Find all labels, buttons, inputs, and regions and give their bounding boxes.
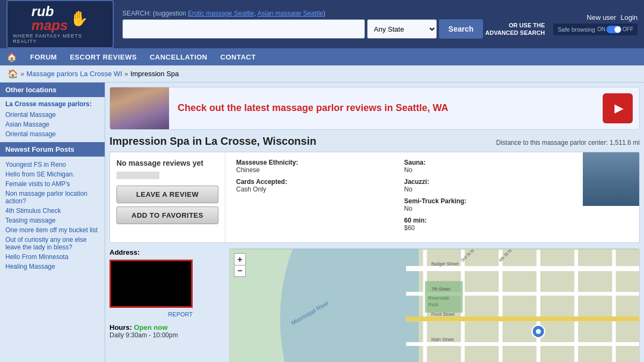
logo-text: rub maps — [32, 4, 68, 32]
breadcrumb: 🏠 » Massage parlors La Crosse WI » Impre… — [0, 65, 644, 83]
navbar: 🏠 FORUM ESCORT REVIEWS CANCELLATION CONT… — [0, 48, 644, 65]
sidebar: Other locations La Crosse massage parlor… — [0, 83, 105, 362]
safe-browsing-toggle[interactable]: ON OFF — [597, 26, 633, 33]
search-input[interactable] — [122, 19, 365, 39]
address-panel: Address: REPORT Hours: Open now Daily 9:… — [109, 248, 225, 362]
add-to-favorites-button[interactable]: ADD TO FAVORITES — [116, 206, 218, 224]
svg-text:7th Street: 7th Street — [431, 287, 451, 292]
banner-text: Check out the latest massage parlor revi… — [169, 102, 603, 114]
sidebar-lacrosse-title: La Crosse massage parlors: — [5, 100, 99, 108]
sidebar-link-asian-massage[interactable]: Asian Massage — [5, 120, 99, 129]
breadcrumb-current: Impression Spa — [130, 70, 179, 78]
sidebar-forum-6[interactable]: One more item off my bucket list — [5, 225, 99, 235]
advanced-search: OR USE THE ADVANCED SEARCH — [485, 21, 545, 37]
parlor-photo-image — [583, 152, 639, 206]
address-redacted — [109, 260, 193, 308]
nav-contact[interactable]: CONTACT — [221, 53, 256, 61]
search-button[interactable]: Search — [439, 19, 484, 39]
svg-text:Main Street: Main Street — [431, 337, 455, 342]
hours-section: Hours: Open now Daily 9:30am - 10:00pm — [109, 323, 225, 339]
toggle-on-label: ON — [597, 26, 605, 32]
svg-text:Front Street: Front Street — [431, 312, 455, 317]
sidebar-forum-5[interactable]: Teasing massage — [5, 216, 99, 225]
sauna-group: Sauna: No — [404, 159, 572, 174]
leave-review-button[interactable]: LEAVE A REVIEW — [116, 186, 218, 203]
user-links: New user Login — [587, 13, 638, 21]
min60-label: 60 min: — [404, 217, 572, 224]
main: Other locations La Crosse massage parlor… — [0, 83, 644, 362]
masseuse-ethnicity-group: Masseuse Ethnicity: Chinese — [236, 159, 404, 174]
sidebar-forum-8[interactable]: Hello From Minnesota — [5, 252, 99, 262]
logo-tagline: WHERE FANTASY MEETS REALITY — [13, 33, 107, 44]
sidebar-forum-2[interactable]: Female visits to AMP's — [5, 179, 99, 189]
nav-cancellation[interactable]: CANCELLATION — [150, 53, 208, 61]
report-link[interactable]: REPORT — [168, 311, 193, 317]
distance-text: Distance to this massage parlor center: … — [496, 139, 640, 146]
search-suggestion-erotic[interactable]: Erotic massage Seattle — [188, 10, 254, 17]
breadcrumb-home-icon[interactable]: 🏠 — [8, 69, 18, 79]
toggle-switch[interactable] — [606, 26, 621, 33]
sidebar-other-locations-header: Other locations — [0, 83, 105, 97]
search-area: SEARCH: (suggestion Erotic massage Seatt… — [122, 10, 545, 39]
sidebar-forum-posts: Youngest FS in Reno Hello from SE Michig… — [0, 157, 105, 275]
sidebar-forum-3[interactable]: Non massage parlor location action? — [5, 189, 99, 206]
logo-box: rub maps ✋ WHERE FANTASY MEETS REALITY — [6, 0, 114, 48]
state-select[interactable]: Any State — [367, 19, 437, 39]
sidebar-forum-7[interactable]: Out of curiosity any one else leave the … — [5, 235, 99, 252]
sidebar-forum-1[interactable]: Hello from SE Michigan. — [5, 169, 99, 179]
zoom-controls: + − — [234, 253, 246, 277]
min60-value: $60 — [404, 224, 572, 232]
parking-group: Semi-Truck Parking: No — [404, 197, 572, 212]
breadcrumb-parlors-link[interactable]: Massage parlors La Crosse WI — [26, 70, 122, 78]
zoom-out-button[interactable]: − — [234, 265, 246, 277]
zoom-in-button[interactable]: + — [234, 253, 246, 265]
no-reviews-text: No massage reviews yet — [116, 159, 218, 167]
parlor-photo — [583, 152, 639, 206]
svg-text:Riverside: Riverside — [428, 295, 449, 301]
map-panel: Badger Street 7th Street Front Street Ma… — [229, 248, 640, 362]
cards-accepted-group: Cards Accepted: Cash Only — [236, 178, 404, 193]
parking-value: No — [404, 205, 572, 212]
banner-play-button[interactable] — [603, 93, 633, 123]
login-link[interactable]: Login — [620, 13, 638, 21]
svg-point-24 — [536, 329, 540, 334]
right-header: New user Login Safe browsing ON OFF — [553, 13, 638, 35]
address-label: Address: — [109, 248, 225, 256]
nav-forum[interactable]: FORUM — [30, 53, 57, 61]
sidebar-lacrosse-section: La Crosse massage parlors: Oriental Mass… — [0, 97, 105, 142]
nav-home-icon[interactable]: 🏠 — [6, 52, 17, 62]
sidebar-forum-4[interactable]: 4th Stimulus Check — [5, 206, 99, 216]
star-rating-placeholder — [116, 172, 159, 179]
details-panel: No massage reviews yet LEAVE A REVIEW AD… — [109, 152, 640, 243]
sidebar-forum-posts-header: Newest Forum Posts — [0, 142, 105, 157]
sidebar-link-oriental-massage2[interactable]: Oriental massage — [5, 129, 99, 139]
sidebar-forum-0[interactable]: Youngest FS in Reno — [5, 160, 99, 169]
hours-open-status: Open now — [134, 323, 168, 331]
min60-group: 60 min: $60 — [404, 217, 572, 232]
sidebar-forum-9[interactable]: Healing Massage — [5, 262, 99, 271]
content: Check out the latest massage parlor revi… — [105, 83, 644, 362]
masseuse-label: Masseuse Ethnicity: — [236, 159, 404, 166]
nav-escort-reviews[interactable]: ESCORT REVIEWS — [70, 53, 137, 61]
header: rub maps ✋ WHERE FANTASY MEETS REALITY S… — [0, 0, 644, 48]
sauna-label: Sauna: — [404, 159, 572, 166]
jacuzzi-value: No — [404, 186, 572, 193]
jacuzzi-group: Jacuzzi: No — [404, 178, 572, 193]
search-row: Any State Search OR USE THE ADVANCED SEA… — [122, 19, 545, 39]
address-section: Address: REPORT Hours: Open now Daily 9:… — [109, 248, 640, 362]
sidebar-link-oriental-massage[interactable]: Oriental Massage — [5, 110, 99, 120]
left-panel: No massage reviews yet LEAVE A REVIEW AD… — [110, 152, 225, 242]
attrs-col1: Masseuse Ethnicity: Chinese Cards Accept… — [236, 159, 404, 197]
attrs-col2: Sauna: No Jacuzzi: No Semi-Truck Parking… — [404, 159, 572, 236]
search-suggestion-asian[interactable]: Asian massage Seattle — [257, 10, 323, 17]
svg-text:Badger Street: Badger Street — [431, 262, 459, 267]
new-user-link[interactable]: New user — [587, 13, 616, 21]
banner-ad: Check out the latest massage parlor revi… — [109, 87, 640, 130]
parking-label: Semi-Truck Parking: — [404, 197, 572, 205]
breadcrumb-sep1: » — [20, 70, 24, 78]
breadcrumb-sep2: » — [125, 70, 128, 78]
logo-hand-icon: ✋ — [70, 10, 89, 27]
banner-image — [110, 87, 169, 130]
hours-time: Daily 9:30am - 10:00pm — [109, 331, 225, 339]
sauna-value: No — [404, 166, 572, 174]
